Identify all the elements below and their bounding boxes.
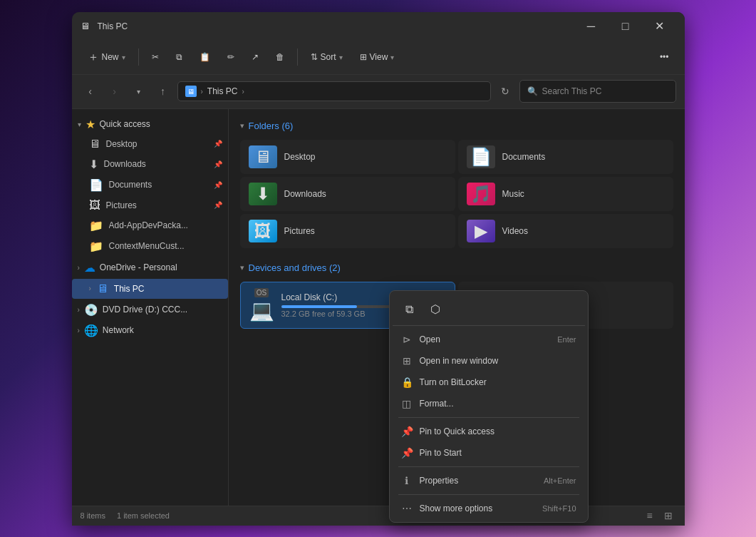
toolbar-separator-1 xyxy=(138,48,139,66)
sidebar-item-pictures[interactable]: 🖼 Pictures 📌 xyxy=(72,195,228,215)
sidebar: ▾ ★ Quick access 🖥 Desktop 📌 ⬇ Downloads… xyxy=(72,109,229,506)
folder-item-downloads[interactable]: ⬇ Downloads xyxy=(240,177,455,211)
folder-item-desktop[interactable]: 🖥 Desktop xyxy=(240,140,455,174)
ctx-pin-start-label: Pin to Start xyxy=(420,448,576,458)
ctx-copy-button[interactable]: ⧉ xyxy=(398,298,421,321)
documents-folder-thumb: 📄 xyxy=(467,145,495,168)
network-icon: 🌐 xyxy=(84,324,98,337)
folder-item-documents[interactable]: 📄 Documents xyxy=(458,140,673,174)
toolbar-separator-2 xyxy=(297,48,298,66)
quick-access-header[interactable]: ▾ ★ Quick access xyxy=(72,115,228,134)
folders-section-title: Folders (6) xyxy=(249,121,294,131)
main-content: ▾ ★ Quick access 🖥 Desktop 📌 ⬇ Downloads… xyxy=(72,109,685,506)
view-label: View xyxy=(370,52,388,62)
ctx-pin-quick-access-item[interactable]: 📌 Pin to Quick access xyxy=(393,421,585,442)
downloads-icon: ⬇ xyxy=(89,158,98,171)
copy-icon: ⧉ xyxy=(176,52,182,62)
drives-section-header: ▾ Devices and drives (2) xyxy=(240,262,673,273)
back-button[interactable]: ‹ xyxy=(81,81,100,101)
sort-button[interactable]: ⇅ Sort ▾ xyxy=(304,48,350,66)
onedrive-expand-icon: › xyxy=(78,264,80,272)
downloads-pin-icon: 📌 xyxy=(214,160,222,168)
quick-access-collapse-icon: ▾ xyxy=(78,121,81,128)
desktop-pin-icon: 📌 xyxy=(214,140,222,148)
list-view-button[interactable]: ≡ xyxy=(642,508,658,523)
music-folder-name: Music xyxy=(502,189,524,199)
address-path-bar[interactable]: 🖥 › This PC › xyxy=(177,81,491,101)
path-separator-2: › xyxy=(242,88,244,96)
minimize-button[interactable]: ─ xyxy=(575,15,608,38)
forward-button[interactable]: › xyxy=(105,81,125,101)
sidebar-documents-label: Documents xyxy=(109,180,152,190)
sidebar-item-thispc[interactable]: › 🖥 This PC xyxy=(72,279,228,299)
sidebar-item-downloads[interactable]: ⬇ Downloads 📌 xyxy=(72,154,228,175)
ctx-open-item[interactable]: ⊳ Open Enter xyxy=(393,329,585,350)
ctx-show-more-item[interactable]: ⋯ Show more options Shift+F10 xyxy=(393,498,585,519)
downloads-folder-thumb: ⬇ xyxy=(249,183,277,205)
close-button[interactable]: ✕ xyxy=(643,15,676,38)
path-pc-icon: 🖥 xyxy=(185,86,197,97)
folders-collapse-icon: ▾ xyxy=(240,121,244,131)
expand-nav-button[interactable]: ▾ xyxy=(129,81,149,101)
folders-grid: 🖥 Desktop 📄 Documents ⬇ Downloads 🎵 Musi… xyxy=(240,140,673,248)
dvddrive-label: DVD Drive (D:) CCC... xyxy=(103,305,187,314)
quick-access-star-icon: ★ xyxy=(86,118,95,131)
more-button[interactable]: ••• xyxy=(653,48,676,66)
ctx-open-new-window-icon: ⊞ xyxy=(401,355,413,367)
ctx-format-label: Format... xyxy=(420,399,576,409)
share-button[interactable]: ↗ xyxy=(244,48,266,66)
network-header[interactable]: › 🌐 Network xyxy=(72,321,228,340)
ctx-copy-icon: ⧉ xyxy=(405,303,413,316)
new-icon: ＋ xyxy=(88,50,99,65)
sidebar-item-documents[interactable]: 📄 Documents 📌 xyxy=(72,175,228,195)
onedrive-header[interactable]: › ☁ OneDrive - Personal xyxy=(72,258,228,277)
paste-button[interactable]: 📋 xyxy=(192,48,217,66)
sidebar-item-contextmenu[interactable]: 📁 ContextMenuCust... xyxy=(72,236,228,257)
delete-button[interactable]: 🗑 xyxy=(269,48,291,66)
toolbar: ＋ New ▾ ✂ ⧉ 📋 ✏ ↗ 🗑 ⇅ Sort ▾ ⊞ xyxy=(72,41,685,75)
ctx-show-more-label: Show more options xyxy=(420,503,536,513)
new-button[interactable]: ＋ New ▾ xyxy=(81,46,133,68)
onedrive-label: OneDrive - Personal xyxy=(100,262,177,272)
up-button[interactable]: ↑ xyxy=(153,81,173,101)
folder-item-pictures[interactable]: 🖼 Pictures xyxy=(240,214,455,248)
videos-folder-name: Videos xyxy=(502,226,528,236)
copy-button[interactable]: ⧉ xyxy=(169,48,190,66)
folders-section-header: ▾ Folders (6) xyxy=(240,121,673,131)
ctx-share-button[interactable]: ⬡ xyxy=(424,298,447,321)
folder-item-music[interactable]: 🎵 Music xyxy=(458,177,673,211)
share-icon: ↗ xyxy=(252,52,259,62)
sidebar-contextmenu-label: ContextMenuCust... xyxy=(109,241,185,251)
ctx-bitlocker-icon: 🔒 xyxy=(401,377,413,388)
addapp-icon: 📁 xyxy=(89,219,103,232)
ctx-pin-start-item[interactable]: 📌 Pin to Start xyxy=(393,442,585,464)
cut-button[interactable]: ✂ xyxy=(145,48,166,66)
path-separator-1: › xyxy=(201,88,203,96)
rename-button[interactable]: ✏ xyxy=(220,48,242,66)
ctx-properties-item[interactable]: ℹ Properties Alt+Enter xyxy=(393,470,585,491)
ctx-show-more-shortcut: Shift+F10 xyxy=(542,504,576,513)
delete-icon: 🗑 xyxy=(276,52,284,62)
ctx-bitlocker-label: Turn on BitLocker xyxy=(420,377,576,387)
dvddrive-header[interactable]: › 💿 DVD Drive (D:) CCC... xyxy=(72,300,228,319)
grid-view-button[interactable]: ⊞ xyxy=(661,508,676,523)
ctx-open-new-window-item[interactable]: ⊞ Open in new window xyxy=(393,350,585,372)
ctx-bitlocker-item[interactable]: 🔒 Turn on BitLocker xyxy=(393,372,585,393)
selection-status: 1 item selected xyxy=(117,511,170,520)
view-button[interactable]: ⊞ View ▾ xyxy=(353,48,402,66)
sidebar-addapp-label: Add-AppDevPacka... xyxy=(109,220,188,230)
search-box[interactable]: 🔍 Search This PC xyxy=(519,80,676,103)
refresh-button[interactable]: ↻ xyxy=(495,81,515,101)
sidebar-item-desktop[interactable]: 🖥 Desktop 📌 xyxy=(72,134,228,154)
sidebar-item-addapp[interactable]: 📁 Add-AppDevPacka... xyxy=(72,215,228,236)
ctx-format-icon: ◫ xyxy=(401,398,413,409)
folder-item-videos[interactable]: ▶ Videos xyxy=(458,214,673,248)
ctx-format-item[interactable]: ◫ Format... xyxy=(393,393,585,414)
onedrive-icon: ☁ xyxy=(84,261,95,275)
ctx-pin-start-icon: 📌 xyxy=(401,447,413,459)
network-section: › 🌐 Network xyxy=(72,321,228,340)
network-label: Network xyxy=(103,325,134,335)
ctx-separator-3 xyxy=(398,494,579,495)
documents-icon: 📄 xyxy=(89,178,103,192)
maximize-button[interactable]: □ xyxy=(609,15,642,38)
